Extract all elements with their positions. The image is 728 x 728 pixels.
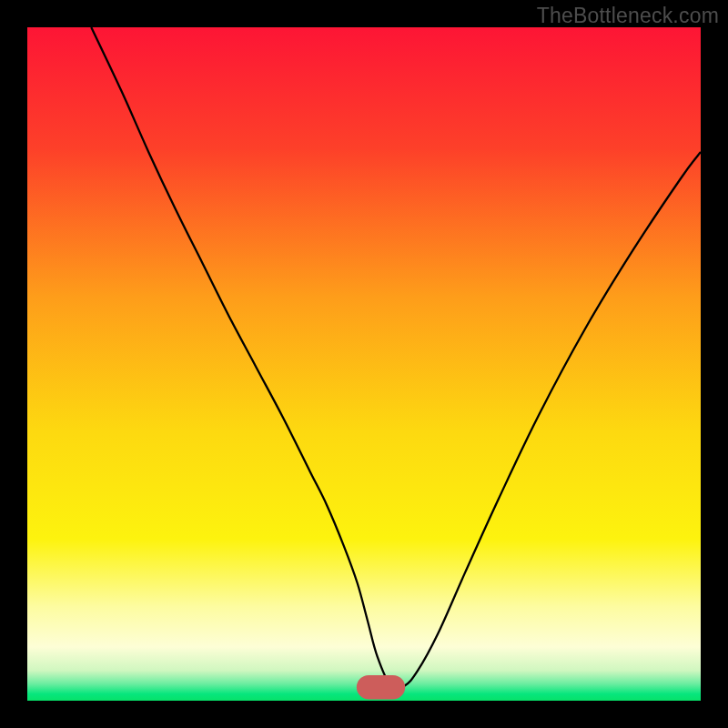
chart-frame: TheBottleneck.com	[0, 0, 728, 728]
plot-area	[27, 27, 701, 701]
bottleneck-curve	[91, 27, 701, 689]
watermark-label: TheBottleneck.com	[537, 4, 719, 28]
optimal-marker	[357, 675, 405, 700]
curve-layer	[27, 27, 701, 701]
